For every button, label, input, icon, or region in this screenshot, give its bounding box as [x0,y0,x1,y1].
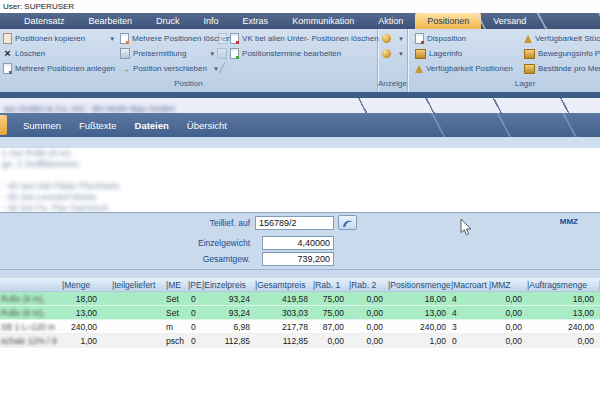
ribbon-tab-datensatz[interactable]: Datensatz [12,13,77,29]
move-arrow-icon: → [120,64,130,73]
bestaende-pro-mengeneinheit-button[interactable]: Bestände pro Mengeneinheit [521,61,600,76]
mehrere-positionen-loeschen-button[interactable]: Mehrere Positionen löschen [117,31,217,46]
table-row[interactable]: schale 12% / 9 1,00 psch 0 112,85 112,85… [0,334,600,348]
chevron-down-icon[interactable]: ▼ [106,36,115,42]
ribbon-tab-info[interactable]: Info [192,13,231,29]
chevron-down-icon[interactable]: ▼ [395,36,404,42]
cell-desc-blurred: SB 1 L=120 m [0,320,60,333]
stock-coins-icon [524,64,535,74]
availability-icon [415,65,423,73]
disabled-tool-button-3: ╱ [217,61,227,76]
doc-delete-icon [120,33,129,44]
ribbon-tab-positionen[interactable]: Positionen [415,13,481,29]
lookup-button[interactable] [338,215,357,230]
cell-pe: 0 [186,334,200,348]
ribbon-tab-bearbeiten[interactable]: Bearbeiten [77,13,145,29]
decorative-diagonals [380,113,600,137]
col-header-pe[interactable]: |PE [186,278,200,292]
vk-unterpositionen-loeschen-button[interactable]: VK bei allen Unter- Positionen löschen [227,31,381,46]
disabled-calc-icon [217,48,227,59]
einzelgewicht-label: Einzelgewicht [155,238,255,248]
copy-icon [3,33,12,44]
app-window: User: SUPERUSER Datensatz Bearbeiten Dru… [0,0,600,400]
cell-einzelpreis: 112,85 [200,334,253,348]
positionen-kopieren-button[interactable]: Positionen kopieren ▼ [0,31,117,46]
ribbon-tab-extras[interactable]: Extras [231,13,281,29]
disposition-button[interactable]: Disposition [412,31,521,46]
cell-gesamtpreis: 112,85 [253,334,311,348]
col-header-mmz[interactable]: |MMZ [487,278,525,292]
cell-me: Set [160,306,186,319]
teillief-input[interactable] [255,216,334,230]
cell-teilgeliefert [100,306,160,319]
gesamtgew-input[interactable] [262,252,334,266]
grid-header-row: |Menge |teilgeliefert |ME |PE |Einzelpre… [0,278,600,292]
cell-macroart: 4 [449,306,487,319]
verfuegbarkeit-stueckliste-button[interactable]: Verfügbarkeit Stückliste [521,31,600,46]
position-item-list[interactable]: 1 Set Rolle (8 m). ge. 2 Stoffklemmen - … [0,148,600,212]
gold-figure-icon [382,34,391,43]
disabled-doc-icon [218,33,227,44]
positionstermine-bearbeiten-button[interactable]: Positionstermine bearbeiten [227,46,381,61]
einzelgewicht-input[interactable] [262,236,334,250]
col-header-rab1[interactable]: |Rab. 1 [311,278,347,292]
table-row[interactable]: Rolle (8 m), 13,00 Set 0 93,24 303,03 75… [0,306,600,320]
orange-tab-fragment[interactable] [0,115,7,135]
tab-summen[interactable]: Summen [14,120,70,131]
table-row[interactable]: SB 1 L=120 m 240,00 m 0 6,98 217,78 87,0… [0,320,600,334]
col-header-desc[interactable] [0,278,60,292]
cell-gesamtpreis: 303,03 [253,306,311,319]
group-label-anzeige: Anzeige [378,78,407,90]
grid-body: Rolle (8 m), 18,00 Set 0 93,24 419,58 75… [0,292,600,348]
col-header-einzelpreis[interactable]: |Einzelpreis [200,278,253,292]
mehrere-positionen-anlegen-button[interactable]: Mehrere Positionen anlegen [0,61,117,76]
chevron-down-icon[interactable]: ▼ [206,51,215,57]
preisermittlung-button[interactable]: Preisermittlung ▼ [117,46,217,61]
blurred-list-line: - 45 Set Leonard Weiss [0,192,600,203]
cell-teilgeliefert [100,292,160,305]
cell-auftragsmenge: 0,00 [525,334,597,348]
blurred-list-line: 1 Set Rolle (8 m). [0,148,600,159]
ribbon-tab-versand[interactable]: Versand [481,13,538,29]
tab-uebersicht[interactable]: Übersicht [178,120,236,131]
col-header-positionsmenge[interactable]: |Positionsmenge [386,278,449,292]
col-header-teilgeliefert[interactable]: |teilgeliefert [100,278,160,292]
lagerinfo-button[interactable]: Lagerinfo [412,46,521,61]
col-header-menge[interactable]: |Menge [60,278,100,292]
cell-desc-blurred: Rolle (8 m), [0,306,60,319]
cell-auftragsmenge: 240,00 [525,320,597,333]
cell-me: Set [160,292,186,305]
anzeige-tool-button-1[interactable]: ▼ [379,31,406,46]
cell-menge: 240,00 [60,320,100,333]
tab-dateien[interactable]: Dateien [126,120,178,131]
chevron-down-icon[interactable]: ▼ [395,51,404,57]
col-header-auftragsmenge[interactable]: |Auftragsmenge [525,278,597,292]
col-header-me[interactable]: |ME [160,278,186,292]
table-row[interactable]: Rolle (8 m), 18,00 Set 0 93,24 419,58 75… [0,292,600,306]
list-gap [0,170,600,181]
position-verschieben-button[interactable]: → Position verschieben ▼ [117,61,217,76]
cell-teilgeliefert [100,320,160,333]
decorative-diagonals [300,98,600,113]
cell-menge: 1,00 [60,334,100,348]
bewegungsinfo-position-button[interactable]: Bewegungsinfo Position [521,46,600,61]
loeschen-button[interactable]: × Löschen [0,46,117,61]
user-label: User: SUPERUSER [3,2,74,11]
ribbon-tab-druck[interactable]: Druck [144,13,192,29]
ribbon-tab-kommunikation[interactable]: Kommunikation [280,13,366,29]
col-header-rab2[interactable]: |Rab. 2 [347,278,386,292]
cell-gesamtpreis: 419,58 [253,292,311,305]
tab-fusstexte[interactable]: Fußtexte [70,120,126,131]
ribbon-tab-aktion[interactable]: Aktion [366,13,415,29]
new-doc-icon [3,63,12,74]
calculator-icon [120,48,130,59]
col-header-macroart[interactable]: |Macroart [449,278,487,292]
col-header-gesamtpreis[interactable]: |Gesamtpreis [253,278,311,292]
anzeige-tool-button-2[interactable]: ▼ [379,46,406,61]
delete-x-icon: × [3,49,12,58]
vk-doc-icon [230,33,239,44]
verfuegbarkeit-positionen-button[interactable]: Verfügbarkeit Positionen [412,61,521,76]
ribbon-group-position: Positionen kopieren ▼ × Löschen Mehrere … [0,29,378,92]
blurred-list-line: ge. 2 Stoffklemmen [0,159,600,170]
cell-einzelpreis: 93,24 [200,292,253,305]
